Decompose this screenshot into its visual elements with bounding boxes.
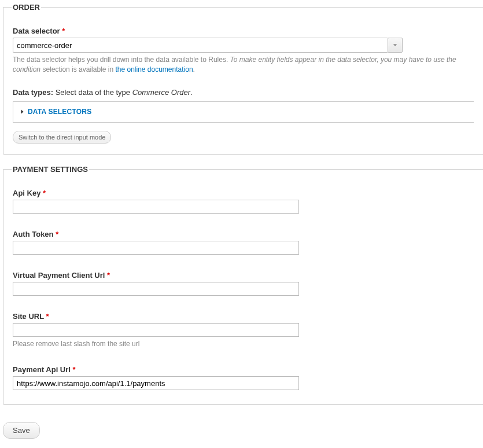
data-selector-item: Data selector * The data selector helps … bbox=[13, 27, 474, 75]
data-selector-combo bbox=[13, 38, 403, 53]
data-selectors-box: DATA SELECTORS bbox=[13, 101, 474, 123]
site-url-label: Site URL * bbox=[13, 312, 474, 321]
site-url-input[interactable] bbox=[13, 323, 299, 337]
site-url-help: Please remove last slash from the site u… bbox=[13, 339, 474, 349]
data-selectors-toggle[interactable]: DATA SELECTORS bbox=[20, 108, 91, 116]
api-key-label: Api Key * bbox=[13, 189, 474, 197]
data-selector-dropdown-button[interactable] bbox=[388, 38, 403, 53]
site-url-item: Site URL * Please remove last slash from… bbox=[13, 312, 474, 349]
documentation-link[interactable]: the online documentation bbox=[115, 65, 193, 74]
auth-token-item: Auth Token * bbox=[13, 230, 474, 255]
api-key-input[interactable] bbox=[13, 200, 299, 214]
payment-api-url-input[interactable] bbox=[13, 376, 299, 390]
caret-right-icon bbox=[20, 109, 24, 115]
switch-input-mode-button[interactable]: Switch to the direct input mode bbox=[13, 131, 111, 144]
payment-settings-fieldset: PAYMENT SETTINGS Api Key * Auth Token * … bbox=[3, 165, 483, 405]
required-marker: * bbox=[73, 365, 76, 374]
save-button[interactable]: Save bbox=[3, 422, 40, 439]
required-marker: * bbox=[56, 230, 58, 238]
required-marker: * bbox=[43, 189, 46, 197]
required-marker: * bbox=[62, 27, 65, 35]
required-marker: * bbox=[107, 271, 110, 280]
api-key-item: Api Key * bbox=[13, 189, 474, 214]
vpc-url-item: Virtual Payment Client Url * bbox=[13, 271, 474, 296]
vpc-url-input[interactable] bbox=[13, 282, 299, 296]
chevron-down-icon bbox=[393, 43, 397, 47]
data-selector-input[interactable] bbox=[13, 38, 388, 53]
auth-token-label: Auth Token * bbox=[13, 230, 474, 238]
vpc-url-label: Virtual Payment Client Url * bbox=[13, 271, 474, 280]
payment-api-url-item: Payment Api Url * bbox=[13, 365, 474, 390]
required-marker: * bbox=[46, 312, 49, 321]
data-selector-help: The data selector helps you drill down i… bbox=[13, 55, 474, 75]
order-legend: ORDER bbox=[12, 3, 41, 12]
data-types-line: Data types: Select data of the type Comm… bbox=[13, 88, 474, 97]
order-fieldset: ORDER Data selector * The data selector … bbox=[3, 3, 483, 155]
payment-settings-legend: PAYMENT SETTINGS bbox=[12, 165, 89, 174]
payment-api-url-label: Payment Api Url * bbox=[13, 365, 474, 374]
data-selector-label: Data selector * bbox=[13, 27, 474, 35]
auth-token-input[interactable] bbox=[13, 241, 299, 255]
